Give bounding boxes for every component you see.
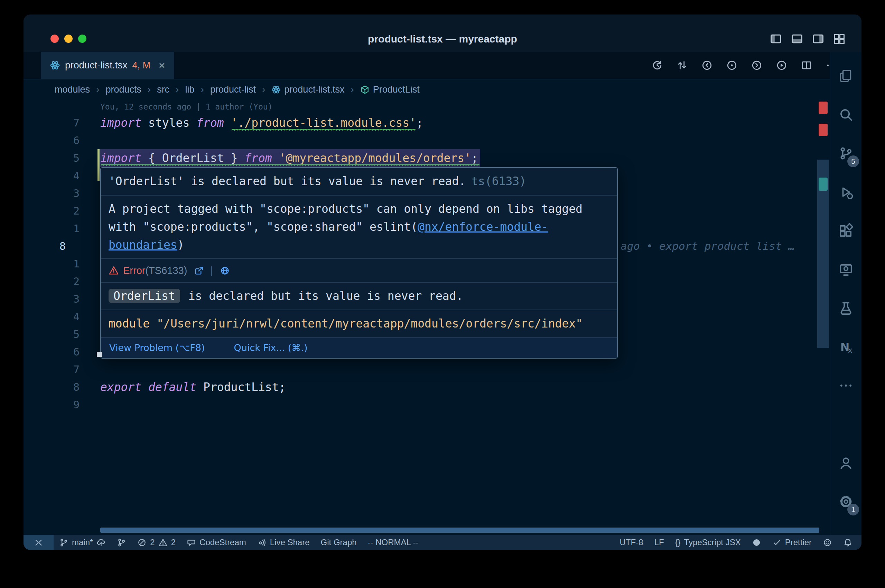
breadcrumb-label: ProductList (373, 84, 420, 95)
code-text: import { OrderList } from '@myreactapp/m… (100, 149, 480, 167)
testing[interactable] (835, 298, 856, 318)
label: -- NORMAL -- (368, 537, 419, 547)
code-line[interactable]: 7import styles from './product-list.modu… (24, 114, 830, 132)
compare-changes[interactable] (676, 59, 688, 71)
run-and-debug[interactable] (835, 182, 856, 202)
encoding[interactable]: UTF-8 (614, 535, 649, 550)
hover-diagnostic-row: 'OrderList' is declared but its value is… (101, 168, 617, 195)
breadcrumb-item-src[interactable]: src (157, 84, 170, 95)
overview-info-mark (819, 178, 828, 191)
extensions[interactable] (835, 220, 856, 241)
hover-rule-message: A project tagged with "scope:products" c… (101, 195, 617, 259)
react-icon (50, 60, 60, 70)
live-share[interactable]: Live Share (252, 535, 315, 550)
breadcrumb-item-product-list[interactable]: product-list (210, 84, 256, 95)
selection-highlight: import { OrderList } from '@myreactapp/m… (100, 149, 480, 167)
timeline-history[interactable] (651, 59, 663, 71)
code-line[interactable]: 5import { OrderList } from '@myreactapp/… (24, 149, 830, 167)
view-problem-action[interactable]: View Problem (⌥F8) (109, 342, 205, 353)
gutter-change-marker (98, 149, 99, 181)
git-graph[interactable]: Git Graph (315, 535, 362, 550)
code-text: import styles from './product-list.modul… (100, 114, 423, 132)
line-number: 4 (53, 167, 80, 184)
label: {} (675, 537, 681, 547)
tab-label: product-list.tsx (65, 60, 128, 71)
current-change[interactable] (726, 59, 738, 71)
globe-icon[interactable] (220, 266, 230, 276)
git-branch[interactable]: main* (54, 535, 111, 550)
live-share-icon (257, 538, 266, 547)
search[interactable] (835, 104, 856, 125)
smiley-icon (823, 538, 832, 547)
vim-mode[interactable]: -- NORMAL -- (362, 535, 424, 550)
prettier[interactable]: Prettier (767, 535, 817, 550)
breadcrumb-item-ProductList[interactable]: ProductList (360, 84, 420, 95)
label: 2 (171, 537, 176, 547)
breadcrumb-separator: › (201, 84, 204, 95)
problems[interactable]: 22 (132, 535, 181, 550)
tab-close-button[interactable]: × (159, 60, 165, 70)
testing-icon (838, 301, 853, 316)
overview-error-mark (819, 102, 828, 114)
codestream[interactable]: CodeStream (181, 535, 252, 550)
manage[interactable]: 1 (835, 491, 856, 512)
breadcrumb-label: product-list (210, 84, 256, 95)
customize-layout[interactable] (833, 33, 846, 45)
error-slash-icon (137, 538, 147, 547)
accounts[interactable] (835, 453, 856, 473)
breadcrumb-item-product-list.tsx[interactable]: product-list.tsx (271, 84, 344, 95)
hover-resize-handle[interactable] (97, 352, 102, 357)
horizontal-scrollbar[interactable] (100, 528, 819, 533)
additional-views[interactable] (835, 375, 856, 396)
line-number: 3 (53, 184, 80, 202)
code-line[interactable]: 8export default ProductList; (24, 378, 830, 396)
source-control[interactable]: 5 (835, 143, 856, 164)
github[interactable] (746, 535, 767, 550)
vscode-window: product-list.tsx — myreactapp product-li… (24, 15, 861, 550)
github-icon (752, 538, 761, 547)
label: main* (72, 537, 93, 547)
branch-compare[interactable] (111, 535, 132, 550)
breadcrumb-label: modules (55, 84, 90, 95)
error-code: (TS6133) (145, 265, 187, 276)
open-external-icon[interactable] (194, 266, 204, 276)
toggle-secondary-sidebar[interactable] (812, 33, 825, 45)
notifications[interactable] (838, 535, 858, 550)
check-icon (772, 538, 781, 547)
previous-change[interactable] (701, 59, 713, 71)
hover-module-row: module"/Users/juri/nrwl/content/myreacta… (101, 310, 617, 337)
search-icon (838, 107, 853, 122)
remote-explorer[interactable] (835, 259, 856, 280)
line-number: 3 (53, 290, 80, 308)
badge: 5 (847, 156, 859, 167)
language-mode[interactable]: {}TypeScript JSX (670, 535, 746, 550)
remote-explorer-icon (838, 262, 853, 277)
overview-error-mark (819, 124, 828, 136)
inline-blame: ago • export product list … (621, 237, 795, 255)
explorer[interactable] (835, 66, 856, 86)
code-line[interactable]: 6 (24, 132, 830, 149)
remote-indicator[interactable] (24, 535, 54, 550)
line-number: 6 (53, 132, 80, 149)
breadcrumb-item-products[interactable]: products (105, 84, 141, 95)
breadcrumb-item-modules[interactable]: modules (55, 84, 90, 95)
quick-fix-action[interactable]: Quick Fix... (⌘.) (234, 342, 308, 353)
feedback[interactable] (817, 535, 838, 550)
toggle-primary-sidebar[interactable] (769, 33, 782, 45)
line-number: 6 (53, 343, 80, 361)
line-number: 4 (53, 308, 80, 326)
code-line[interactable]: 9 (24, 396, 830, 414)
run-file[interactable] (776, 59, 787, 71)
next-change[interactable] (751, 59, 763, 71)
nx-console[interactable]: Nx (835, 336, 856, 357)
separator: | (210, 264, 213, 278)
code-line[interactable]: 7 (24, 361, 830, 378)
end-of-line[interactable]: LF (649, 535, 670, 550)
module-keyword: module (108, 317, 150, 330)
split-editor[interactable] (801, 59, 812, 71)
status-bar: main*22CodeStreamLive ShareGit Graph-- N… (24, 535, 861, 550)
breadcrumb-item-lib[interactable]: lib (185, 84, 195, 95)
toggle-panel[interactable] (790, 33, 804, 45)
activity-bar: 5Nx 1 (830, 52, 861, 535)
tab-product-list[interactable]: product-list.tsx 4, M × (41, 52, 174, 79)
